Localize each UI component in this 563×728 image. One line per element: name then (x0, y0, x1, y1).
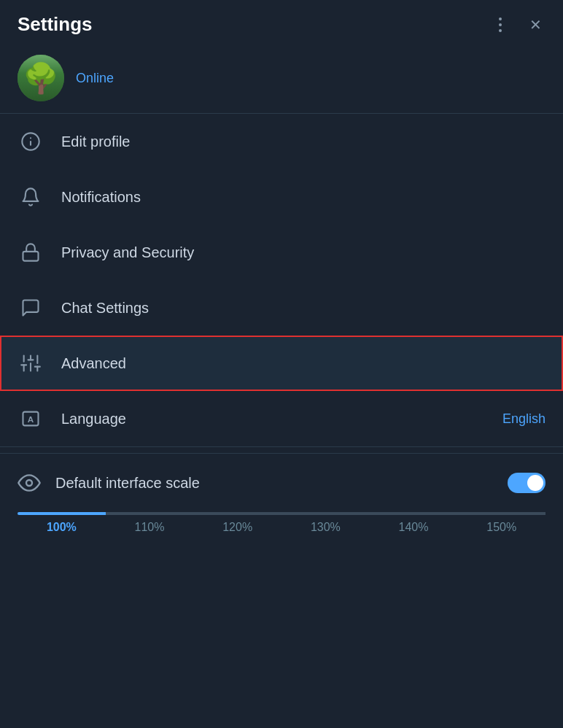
scale-option-150[interactable]: 150% (457, 521, 545, 534)
info-icon (18, 128, 44, 155)
scale-segment-1[interactable] (106, 512, 194, 515)
menu-list: Edit profile Notifications Privacy and S… (0, 114, 563, 446)
page-title: Settings (18, 13, 93, 36)
scale-option-130[interactable]: 130% (282, 521, 370, 534)
chat-settings-label: Chat Settings (61, 300, 545, 317)
svg-rect-3 (23, 252, 39, 261)
sidebar-item-notifications[interactable]: Notifications (0, 169, 563, 225)
profile-bar: Online (0, 49, 563, 113)
sidebar-item-advanced[interactable]: Advanced (0, 336, 563, 391)
chat-icon (18, 295, 44, 321)
language-label: Language (61, 411, 485, 427)
scale-toggle[interactable] (508, 473, 545, 493)
svg-point-15 (26, 480, 32, 486)
privacy-security-label: Privacy and Security (61, 244, 545, 261)
more-options-button[interactable] (490, 15, 510, 35)
language-value: English (502, 411, 545, 427)
user-status: Online (76, 71, 114, 86)
close-button[interactable]: ✕ (525, 15, 545, 35)
advanced-label: Advanced (61, 355, 545, 372)
eye-icon (18, 471, 41, 495)
scale-label: Default interface scale (55, 475, 493, 492)
scale-option-120[interactable]: 120% (193, 521, 282, 534)
scale-option-110[interactable]: 110% (106, 521, 194, 534)
sliders-icon (18, 350, 44, 376)
avatar (18, 55, 64, 101)
divider-bottom (0, 446, 563, 447)
scale-option-100[interactable]: 100% (18, 521, 106, 534)
sidebar-item-chat-settings[interactable]: Chat Settings (0, 280, 563, 336)
settings-header: Settings ✕ (0, 0, 563, 49)
scale-segment-2[interactable] (193, 512, 282, 515)
scale-segment-3[interactable] (282, 512, 370, 515)
scale-bar-container: 100% 110% 120% 130% 140% 150% (18, 512, 545, 534)
scale-track[interactable] (18, 512, 545, 515)
scale-option-140[interactable]: 140% (370, 521, 458, 534)
scale-row: Default interface scale (18, 471, 545, 495)
scale-segment-4[interactable] (370, 512, 458, 515)
scale-segment-5[interactable] (457, 512, 545, 515)
sidebar-item-edit-profile[interactable]: Edit profile (0, 114, 563, 169)
svg-text:A: A (28, 414, 34, 424)
scale-segment-0[interactable] (18, 512, 106, 515)
settings-window: Settings ✕ Online Edit profile (0, 0, 563, 728)
bottom-section: Default interface scale 100% 110% 120% 1… (0, 453, 563, 534)
bell-icon (18, 184, 44, 210)
edit-profile-label: Edit profile (61, 133, 545, 150)
notifications-label: Notifications (61, 189, 545, 206)
language-icon: A (18, 406, 44, 432)
sidebar-item-language[interactable]: A Language English (0, 391, 563, 446)
header-actions: ✕ (490, 15, 545, 35)
lock-icon (18, 239, 44, 266)
scale-labels: 100% 110% 120% 130% 140% 150% (18, 521, 545, 534)
sidebar-item-privacy-security[interactable]: Privacy and Security (0, 225, 563, 280)
